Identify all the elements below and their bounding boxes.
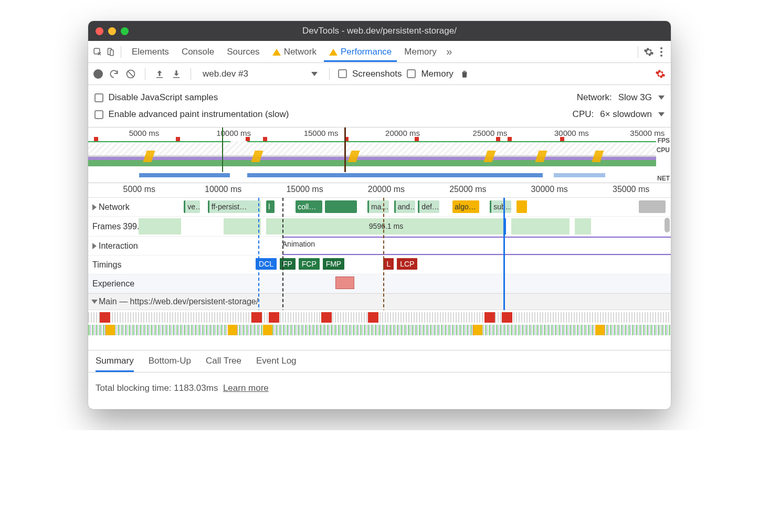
scrollbar-thumb[interactable] bbox=[665, 218, 670, 232]
tick: 20000 ms bbox=[385, 129, 420, 137]
animation-label: Animation bbox=[282, 240, 315, 248]
network-request[interactable]: sub… bbox=[490, 200, 511, 213]
settings-icon[interactable] bbox=[644, 47, 654, 57]
more-tabs-icon[interactable]: » bbox=[444, 47, 455, 57]
panel-tabs: Elements Console Sources Network Perform… bbox=[88, 41, 671, 63]
overview-range-start[interactable] bbox=[222, 127, 223, 172]
disclosure-icon[interactable] bbox=[91, 300, 98, 304]
frame-bar[interactable] bbox=[139, 218, 181, 235]
tab-console[interactable]: Console bbox=[176, 41, 219, 62]
tick: 20000 ms bbox=[368, 185, 405, 194]
timeline-ruler[interactable]: 5000 ms 10000 ms 15000 ms 20000 ms 25000… bbox=[88, 183, 671, 198]
tab-summary[interactable]: Summary bbox=[96, 356, 134, 372]
screenshots-checkbox[interactable] bbox=[338, 69, 347, 78]
chevron-down-icon[interactable] bbox=[658, 112, 665, 116]
devtools-window: DevTools - web.dev/persistent-storage/ E… bbox=[88, 21, 671, 409]
disclosure-icon[interactable] bbox=[92, 243, 97, 249]
main-thread-header[interactable]: Main — https://web.dev/persistent-storag… bbox=[88, 293, 671, 310]
memory-label: Memory bbox=[421, 69, 453, 79]
network-request[interactable]: ma… bbox=[367, 200, 389, 213]
long-task-marker bbox=[263, 137, 267, 141]
network-request[interactable]: and… bbox=[394, 200, 416, 213]
tick: 35000 ms bbox=[613, 185, 649, 194]
net-label: NET bbox=[657, 174, 670, 183]
timing-fcp[interactable]: FCP bbox=[299, 258, 320, 270]
frame-bar[interactable] bbox=[511, 218, 570, 235]
overview-cursor[interactable] bbox=[344, 127, 346, 172]
cpu-graph bbox=[88, 141, 656, 166]
network-label: Network: bbox=[577, 92, 612, 103]
reload-button[interactable] bbox=[108, 68, 120, 80]
flame-chart[interactable] bbox=[88, 310, 671, 350]
capture-settings: Disable JavaScript samples Network: Slow… bbox=[88, 85, 671, 127]
memory-checkbox[interactable] bbox=[407, 69, 416, 78]
frame-left-time: 399.8 ms bbox=[123, 222, 139, 231]
layout-shift[interactable] bbox=[335, 276, 354, 289]
titlebar: DevTools - web.dev/persistent-storage/ bbox=[88, 21, 671, 41]
delete-button[interactable] bbox=[459, 68, 470, 80]
load-profile-button[interactable] bbox=[154, 68, 165, 80]
tick: 10000 ms bbox=[216, 129, 251, 137]
timing-l[interactable]: L bbox=[383, 258, 394, 270]
tab-sources[interactable]: Sources bbox=[222, 41, 265, 62]
tab-performance[interactable]: Performance bbox=[324, 41, 397, 62]
frame-mid-time: 9596.1 ms bbox=[369, 222, 403, 230]
svg-rect-2 bbox=[110, 50, 113, 56]
record-button[interactable] bbox=[93, 69, 103, 79]
network-request[interactable] bbox=[516, 200, 527, 213]
tbt-label: Total blocking time: bbox=[96, 383, 174, 393]
separator bbox=[638, 46, 638, 58]
tab-memory[interactable]: Memory bbox=[399, 41, 441, 62]
tab-event-log[interactable]: Event Log bbox=[256, 356, 297, 372]
track-network[interactable]: Network ve… ff-persist… l coll… ma… and…… bbox=[88, 198, 671, 217]
tick: 5000 ms bbox=[123, 185, 155, 194]
warning-icon bbox=[272, 49, 281, 56]
network-request[interactable]: coll… bbox=[296, 200, 322, 213]
long-task-marker bbox=[496, 137, 500, 141]
track-interactions[interactable]: Interactions Animation bbox=[88, 237, 671, 256]
track-label: Experience bbox=[92, 279, 134, 289]
tick: 10000 ms bbox=[205, 185, 241, 194]
network-request[interactable] bbox=[325, 200, 357, 213]
long-task-marker bbox=[415, 137, 419, 141]
more-options-icon[interactable] bbox=[656, 43, 667, 61]
network-value: Slow 3G bbox=[618, 92, 652, 103]
long-task-marker bbox=[94, 137, 98, 141]
cpu-label: CPU: bbox=[573, 109, 594, 120]
network-request[interactable]: l bbox=[266, 200, 274, 213]
tick: 25000 ms bbox=[473, 129, 508, 137]
tick: 30000 ms bbox=[531, 185, 568, 194]
recording-select[interactable]: web.dev #3 bbox=[199, 68, 321, 80]
frame-bar[interactable] bbox=[224, 218, 261, 235]
disclosure-icon[interactable] bbox=[92, 204, 97, 210]
disable-js-checkbox[interactable] bbox=[94, 93, 103, 102]
timing-fmp[interactable]: FMP bbox=[323, 258, 345, 270]
frame-bar[interactable]: 9596.1 ms bbox=[266, 218, 505, 235]
track-timings[interactable]: Timings DCL FP FCP FMP L LCP bbox=[88, 256, 671, 274]
overview-pane[interactable]: 5000 ms 10000 ms 15000 ms 20000 ms 25000… bbox=[88, 127, 671, 183]
network-request[interactable]: ve… bbox=[184, 200, 199, 213]
inspect-element-icon[interactable] bbox=[92, 47, 103, 57]
device-toolbar-icon[interactable] bbox=[105, 47, 115, 57]
frame-bar[interactable] bbox=[575, 218, 591, 235]
tab-elements[interactable]: Elements bbox=[126, 41, 174, 62]
network-request[interactable]: algo… bbox=[452, 200, 479, 213]
track-experience[interactable]: Experience bbox=[88, 274, 671, 293]
separator bbox=[121, 46, 121, 58]
track-frames[interactable]: Frames 399.8 ms 9596.1 ms bbox=[88, 217, 671, 237]
network-request[interactable]: def… bbox=[418, 200, 439, 213]
network-request[interactable]: ff-persist… bbox=[208, 200, 261, 213]
tab-bottom-up[interactable]: Bottom-Up bbox=[149, 356, 191, 372]
tab-call-tree[interactable]: Call Tree bbox=[206, 356, 241, 372]
timing-lcp[interactable]: LCP bbox=[397, 258, 417, 270]
enable-paint-checkbox[interactable] bbox=[94, 110, 103, 119]
capture-settings-icon[interactable] bbox=[655, 69, 666, 79]
chevron-down-icon[interactable] bbox=[658, 95, 665, 100]
save-profile-button[interactable] bbox=[171, 68, 182, 80]
tab-network[interactable]: Network bbox=[267, 41, 322, 62]
clear-button[interactable] bbox=[125, 68, 136, 80]
long-task-marker bbox=[508, 137, 512, 141]
cpu-value: 6× slowdown bbox=[600, 109, 652, 120]
network-request[interactable] bbox=[639, 200, 666, 213]
learn-more-link[interactable]: Learn more bbox=[223, 383, 269, 393]
